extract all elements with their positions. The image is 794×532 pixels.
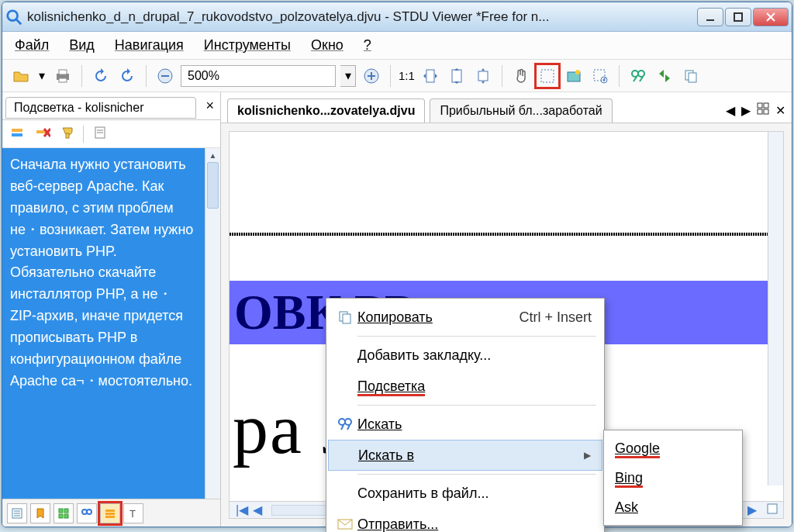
- tab-thumbnails-icon[interactable]: [54, 503, 74, 523]
- menu-navigation[interactable]: Навигация: [115, 37, 184, 54]
- doc-tab-1[interactable]: kolisnichenko...zovatelya.djvu: [227, 98, 425, 123]
- svg-point-0: [8, 10, 18, 20]
- menu-file[interactable]: Файл: [15, 37, 49, 54]
- zoom-dropdown[interactable]: ▾: [340, 65, 356, 87]
- zoom-out-button[interactable]: [154, 65, 176, 87]
- page-layout-icon[interactable]: [761, 503, 783, 518]
- maximize-button[interactable]: [725, 8, 751, 26]
- prev-page-icon[interactable]: ◀: [253, 503, 262, 517]
- menu-view[interactable]: Вид: [69, 37, 95, 54]
- svg-point-61: [345, 419, 351, 425]
- search-in-submenu: Google Bing Ask: [603, 430, 743, 526]
- svg-point-48: [87, 510, 91, 514]
- envelope-icon: [333, 518, 357, 530]
- nav-arrows-button[interactable]: [654, 65, 675, 87]
- highlight-filter-icon[interactable]: [60, 126, 74, 143]
- svg-rect-57: [768, 504, 777, 513]
- rotate-left-button[interactable]: [90, 65, 112, 87]
- tab-contents-icon[interactable]: [7, 503, 27, 523]
- side-panel-close[interactable]: ×: [199, 98, 220, 114]
- doc-tab-2[interactable]: Прибыльный бл...заработай: [430, 98, 612, 123]
- submenu-google-label: Google: [615, 440, 660, 457]
- context-highlight[interactable]: Подсветка: [328, 371, 602, 402]
- tab-bookmarks-icon[interactable]: [30, 503, 50, 523]
- context-add-bookmark[interactable]: Добавить закладку...: [328, 340, 602, 371]
- svg-rect-7: [59, 70, 67, 74]
- submenu-arrow-icon: ▶: [584, 450, 591, 461]
- actual-size-button[interactable]: 1:1: [399, 65, 415, 87]
- zoom-in-button[interactable]: [361, 65, 382, 87]
- svg-rect-51: [105, 516, 115, 518]
- tab-grid-icon[interactable]: [757, 102, 769, 118]
- tab-highlights-icon[interactable]: [100, 503, 120, 523]
- fit-height-button[interactable]: [472, 65, 494, 87]
- svg-rect-29: [689, 73, 696, 82]
- hand-tool-button[interactable]: [510, 65, 532, 87]
- document-tabs: kolisnichenko...zovatelya.djvu Прибыльны…: [221, 92, 792, 123]
- menu-help[interactable]: ?: [364, 37, 371, 54]
- svg-rect-8: [59, 78, 67, 82]
- context-save-to-file[interactable]: Сохранить в файл...: [328, 478, 602, 509]
- tab-text-icon[interactable]: T: [123, 503, 143, 523]
- tab-prev-icon[interactable]: ◀: [726, 103, 735, 118]
- copy-icon[interactable]: [680, 65, 702, 87]
- minimize-button[interactable]: [697, 8, 723, 26]
- svg-rect-44: [64, 509, 68, 513]
- context-search[interactable]: Искать: [328, 409, 602, 440]
- menu-tools[interactable]: Инструменты: [204, 37, 291, 54]
- svg-line-1: [16, 19, 21, 23]
- find-button[interactable]: [627, 65, 649, 87]
- context-send-label: Отправить...: [357, 516, 592, 533]
- select-tool-button[interactable]: [537, 65, 558, 87]
- side-panel-tab[interactable]: Подсветка - kolisnicher: [5, 97, 196, 119]
- menu-bar: Файл Вид Навигация Инструменты Окно ?: [2, 32, 792, 60]
- side-panel-tools: [2, 120, 220, 148]
- window-title: kolisnichenko_d_n_drupal_7_rukovodstvo_p…: [27, 9, 697, 25]
- submenu-ask[interactable]: Ask: [606, 492, 740, 522]
- context-add-bookmark-label: Добавить закладку...: [357, 347, 592, 364]
- open-button[interactable]: [10, 65, 32, 87]
- submenu-ask-label: Ask: [615, 499, 638, 516]
- marquee-zoom-button[interactable]: [589, 65, 611, 87]
- side-bottom-tabs: T: [2, 499, 220, 527]
- svg-rect-50: [105, 513, 115, 515]
- svg-rect-15: [452, 70, 461, 82]
- side-scrollbar[interactable]: ▲: [205, 148, 220, 499]
- tab-next-icon[interactable]: ▶: [741, 103, 751, 118]
- close-button[interactable]: [753, 8, 789, 26]
- highlight-delete-icon[interactable]: [35, 126, 50, 143]
- svg-rect-20: [594, 70, 605, 81]
- highlight-add-icon[interactable]: [10, 126, 26, 143]
- snapshot-button[interactable]: [563, 65, 585, 87]
- app-icon: [5, 9, 22, 26]
- zoom-input[interactable]: 500%: [181, 65, 336, 87]
- toolbar: ▾ 500% ▾ 1:1: [2, 60, 792, 92]
- highlight-export-icon[interactable]: [93, 126, 107, 143]
- svg-rect-16: [478, 71, 488, 81]
- fit-width-button[interactable]: [419, 65, 441, 87]
- svg-rect-59: [343, 314, 350, 323]
- svg-rect-31: [12, 133, 22, 136]
- context-copy[interactable]: Копировать Ctrl + Insert: [328, 302, 602, 333]
- first-page-icon[interactable]: |◀: [236, 503, 248, 517]
- highlight-item[interactable]: Сначала нужно установить веб-сервер Apac…: [2, 148, 205, 499]
- svg-point-19: [575, 70, 580, 74]
- next-page-icon[interactable]: ▶: [743, 503, 761, 517]
- submenu-google[interactable]: Google: [606, 434, 740, 463]
- context-search-label: Искать: [357, 416, 592, 433]
- rotate-right-button[interactable]: [116, 65, 138, 87]
- context-send[interactable]: Отправить...: [328, 509, 602, 532]
- vertical-scrollbar[interactable]: [768, 132, 783, 485]
- tab-close-icon[interactable]: ✕: [775, 103, 785, 118]
- highlight-list: Сначала нужно установить веб-сервер Apac…: [2, 148, 220, 499]
- submenu-bing[interactable]: Bing: [606, 463, 740, 492]
- tab-search-icon[interactable]: [77, 503, 97, 523]
- svg-rect-43: [59, 509, 63, 513]
- svg-rect-45: [59, 514, 63, 518]
- menu-window[interactable]: Окно: [311, 37, 343, 54]
- title-bar: kolisnichenko_d_n_drupal_7_rukovodstvo_p…: [2, 2, 792, 32]
- open-dropdown[interactable]: ▾: [36, 65, 47, 87]
- fit-page-button[interactable]: [446, 65, 468, 87]
- print-button[interactable]: [52, 65, 74, 87]
- context-search-in[interactable]: Искать в ▶: [328, 440, 602, 471]
